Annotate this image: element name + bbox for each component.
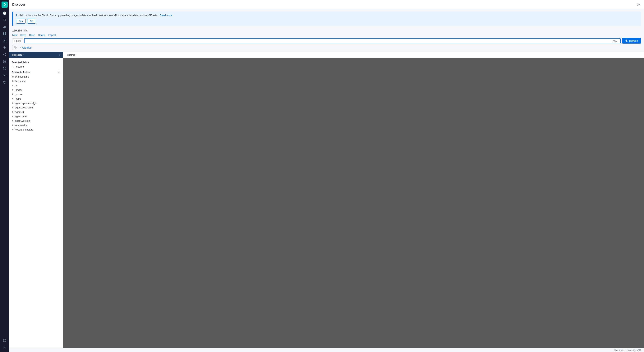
settings-icon[interactable] bbox=[636, 2, 641, 7]
available-field-item[interactable]: tecs.version bbox=[9, 123, 63, 127]
filter-gear-button[interactable] bbox=[12, 45, 18, 50]
available-field-item[interactable]: t_index bbox=[9, 88, 63, 92]
available-field-item[interactable]: thost.architecture bbox=[9, 127, 63, 132]
field-sidebar: logstash-* ℹ Selected fields ?_source Av… bbox=[9, 52, 63, 348]
svg-point-10 bbox=[3, 54, 4, 55]
svg-rect-4 bbox=[5, 32, 6, 34]
hits-bar: 129,250 hits bbox=[9, 28, 644, 34]
banner-text: ℹ Help us improve the Elastic Stack by p… bbox=[16, 14, 638, 17]
selected-field-item[interactable]: ?_source bbox=[9, 65, 63, 69]
field-name: @timestamp bbox=[15, 75, 29, 78]
nav-settings-icon[interactable] bbox=[2, 337, 8, 343]
field-name: agent.id bbox=[15, 111, 24, 113]
filters-badge: Filters bbox=[12, 38, 22, 43]
open-link[interactable]: Open bbox=[29, 34, 35, 37]
field-type-icon: t bbox=[12, 111, 14, 113]
status-url: https://blog.cdn.net/edit/01b289... bbox=[614, 349, 642, 351]
nav-maps-icon[interactable] bbox=[2, 45, 8, 51]
available-field-item[interactable]: tagent.id bbox=[9, 110, 63, 114]
svg-rect-1 bbox=[4, 26, 4, 28]
field-type-icon: t bbox=[12, 102, 14, 104]
selected-fields-list: ?_source bbox=[9, 65, 63, 69]
nav-visualize-icon[interactable] bbox=[2, 24, 8, 30]
field-type-icon: t bbox=[12, 84, 14, 87]
available-field-item[interactable]: @timestamp bbox=[9, 74, 63, 79]
nav-siem-icon[interactable] bbox=[2, 65, 8, 71]
svg-point-22 bbox=[12, 76, 13, 77]
field-type-icon: t bbox=[12, 98, 14, 100]
field-name: _index bbox=[15, 88, 22, 91]
svg-rect-2 bbox=[5, 26, 6, 28]
svg-point-18 bbox=[638, 4, 639, 5]
hits-label: hits bbox=[24, 29, 28, 32]
index-info-icon[interactable]: ℹ bbox=[60, 54, 60, 56]
new-link[interactable]: New bbox=[12, 34, 17, 37]
available-field-item[interactable]: tagent.type bbox=[9, 114, 63, 119]
action-bar: New Save Open Share Inspect bbox=[9, 34, 644, 38]
available-field-item[interactable]: t_id bbox=[9, 83, 63, 88]
nav-ml-icon[interactable] bbox=[2, 51, 8, 58]
nav-apm-icon[interactable] bbox=[2, 72, 8, 78]
available-field-item[interactable]: t_type bbox=[9, 97, 63, 101]
nav-collapse-icon[interactable]: ≡ bbox=[2, 344, 8, 350]
field-type-icon bbox=[12, 75, 14, 78]
index-selector[interactable]: logstash-* ℹ bbox=[9, 52, 63, 58]
banner-yes-button[interactable]: Yes bbox=[16, 19, 26, 24]
available-fields-gear[interactable] bbox=[58, 70, 60, 74]
field-name: agent.ephemeral_id bbox=[15, 102, 37, 105]
field-type-icon: t bbox=[12, 120, 14, 122]
available-field-item[interactable]: tagent.ephemeral_id bbox=[9, 101, 63, 105]
field-name: @version bbox=[15, 80, 26, 83]
kql-badge[interactable]: KQL bbox=[611, 40, 619, 42]
refresh-button[interactable]: Refresh bbox=[622, 38, 641, 44]
available-field-item[interactable]: tagent.hostname bbox=[9, 105, 63, 110]
search-input-wrap: KQL bbox=[24, 38, 621, 43]
hits-count: 129,250 bbox=[12, 29, 22, 32]
field-name: agent.type bbox=[15, 115, 27, 118]
app-logo[interactable]: D bbox=[2, 2, 8, 8]
svg-rect-6 bbox=[5, 34, 6, 35]
share-link[interactable]: Share bbox=[38, 34, 45, 37]
available-field-item[interactable]: tagent.version bbox=[9, 119, 63, 123]
nav-canvas-icon[interactable] bbox=[2, 38, 8, 44]
nav-discover-icon[interactable]: ⊙ bbox=[2, 17, 8, 23]
results-panel: _source bbox=[63, 52, 644, 348]
available-field-item[interactable]: t@version bbox=[9, 79, 63, 83]
top-bar: Discover bbox=[9, 0, 644, 9]
field-name: host.architecture bbox=[15, 128, 33, 131]
banner-no-button[interactable]: No bbox=[27, 19, 36, 24]
status-bar: https://blog.cdn.net/edit/01b289... bbox=[9, 348, 644, 352]
available-field-item[interactable]: #_score bbox=[9, 92, 63, 97]
info-banner: ℹ Help us improve the Elastic Stack by p… bbox=[12, 12, 641, 26]
nav-dashboard-icon[interactable] bbox=[2, 31, 8, 37]
save-link[interactable]: Save bbox=[20, 34, 26, 37]
field-type-icon: ? bbox=[12, 66, 14, 68]
svg-point-11 bbox=[5, 53, 6, 54]
nav-uptime-icon[interactable] bbox=[2, 79, 8, 85]
banner-read-more-link[interactable]: Read more bbox=[160, 14, 172, 17]
results-body bbox=[63, 58, 644, 348]
sidebar-content: Selected fields ?_source Available field… bbox=[9, 58, 63, 348]
discover-body: logstash-* ℹ Selected fields ?_source Av… bbox=[9, 52, 644, 348]
field-name: _id bbox=[15, 84, 18, 87]
svg-point-20 bbox=[59, 71, 60, 72]
field-name: _score bbox=[15, 93, 22, 96]
svg-rect-0 bbox=[3, 27, 4, 28]
field-type-icon: # bbox=[12, 93, 14, 95]
main-area: Discover ℹ Help us improve the Elastic S… bbox=[9, 0, 644, 352]
available-fields-title: Available fields bbox=[12, 71, 30, 74]
field-type-icon: t bbox=[12, 115, 14, 117]
results-header: _source bbox=[63, 52, 644, 58]
page-title: Discover bbox=[12, 3, 25, 6]
nav-graph-icon[interactable] bbox=[2, 58, 8, 65]
nav-clock-icon[interactable]: 🕐 bbox=[2, 10, 8, 16]
left-navigation: D 🕐 ⊙ ≡ bbox=[0, 0, 9, 352]
index-name: logstash-* bbox=[12, 53, 24, 56]
inspect-link[interactable]: Inspect bbox=[48, 34, 56, 37]
field-name: ecs.version bbox=[15, 124, 28, 127]
available-fields-list: @timestampt@versiont_idt_index#_scoret_t… bbox=[9, 74, 63, 132]
add-filter-link[interactable]: + Add filter bbox=[20, 46, 32, 49]
search-input[interactable] bbox=[26, 39, 611, 42]
field-type-icon: t bbox=[12, 106, 14, 109]
field-type-icon: t bbox=[12, 89, 14, 91]
